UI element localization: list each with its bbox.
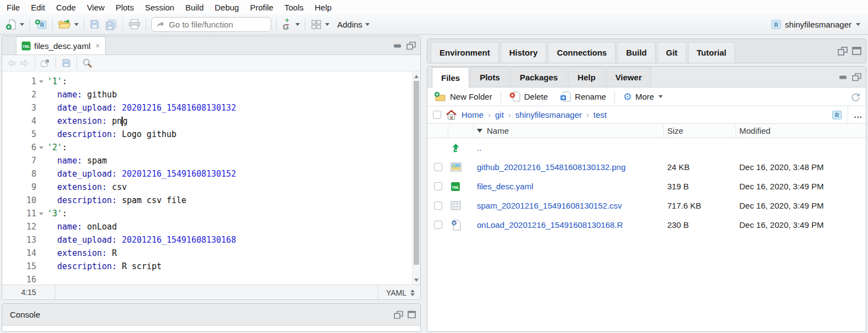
file-checkbox[interactable] (434, 201, 442, 210)
table-row[interactable]: spam_20201216_15491608130152.csv717.6 KB… (427, 196, 866, 215)
menu-item-code[interactable]: Code (51, 1, 81, 14)
minimize-pane-icon[interactable] (839, 74, 848, 80)
editor-vertical-scrollbar[interactable] (412, 72, 420, 285)
project-selector[interactable]: R shinyfilesmanager (768, 17, 865, 31)
close-tab-icon[interactable]: × (96, 41, 100, 50)
tab-packages[interactable]: Packages (510, 67, 567, 87)
scrollbar-thumb[interactable] (414, 81, 419, 265)
breadcrumb-home[interactable]: Home (462, 110, 484, 119)
code-line[interactable]: 11'3': (2, 207, 420, 220)
more-button[interactable]: ⚙ More (621, 91, 665, 103)
code-line[interactable]: 16 (2, 273, 420, 286)
goto-file-input[interactable] (169, 20, 251, 29)
git-button[interactable]: +−G (279, 17, 302, 32)
code-line[interactable]: 14 extension: R (2, 247, 420, 260)
workspace-panes-button[interactable] (308, 18, 332, 31)
header-size[interactable]: Size (664, 124, 736, 138)
file-checkbox[interactable] (434, 163, 442, 171)
code-line[interactable]: 9 extension: csv (2, 181, 420, 194)
table-row[interactable]: YMLfiles_desc.yaml319 BDec 16, 2020, 3:4… (427, 177, 866, 196)
tab-help[interactable]: Help (568, 67, 605, 87)
code-line[interactable]: 3 date_upload: 20201216_15481608130132 (2, 101, 420, 114)
minimize-pane-icon[interactable] (393, 42, 402, 49)
new-file-button[interactable] (3, 17, 26, 32)
menu-item-file[interactable]: File (1, 1, 25, 14)
menu-item-view[interactable]: View (81, 1, 110, 14)
save-icon[interactable] (61, 58, 72, 68)
header-modified[interactable]: Modified (736, 124, 866, 138)
code-line[interactable]: 15 description: R script (2, 260, 420, 273)
parent-directory-row[interactable]: .. (427, 138, 866, 157)
rename-button[interactable]: Rename (558, 90, 608, 103)
language-selector[interactable]: YAML (378, 285, 420, 300)
new-folder-button[interactable]: New Folder (432, 90, 495, 103)
save-all-button[interactable] (102, 17, 120, 32)
tab-files[interactable]: Files (432, 67, 469, 88)
code-editor[interactable]: 1'1':2 name: github3 date_upload: 202012… (2, 72, 420, 285)
table-row[interactable]: github_20201216_15481608130132.png24 KBD… (427, 157, 866, 177)
select-all-checkbox[interactable] (433, 111, 441, 119)
tab-viewer[interactable]: Viewer (606, 67, 651, 87)
save-button[interactable] (87, 17, 102, 31)
tab-environment[interactable]: Environment (431, 42, 499, 63)
maximize-pane-icon[interactable] (406, 41, 416, 50)
header-name[interactable]: Name (474, 124, 664, 138)
file-link[interactable]: github_20201216_15481608130132.png (474, 162, 664, 172)
fold-toggle-icon[interactable] (36, 207, 47, 220)
code-line[interactable]: 12 name: onLoad (2, 220, 420, 233)
restore-pane-icon[interactable] (838, 47, 848, 56)
more-options-button[interactable]: ... (854, 110, 862, 119)
file-link[interactable]: files_desc.yaml (474, 182, 664, 191)
code-line[interactable]: 13 date_upload: 20201216_15491608130168 (2, 233, 420, 247)
file-link[interactable]: spam_20201216_15491608130152.csv (474, 201, 664, 210)
tab-tutorial[interactable]: Tutorial (688, 42, 735, 63)
tab-build[interactable]: Build (617, 42, 656, 63)
open-in-new-window-icon[interactable] (40, 58, 51, 68)
code-line[interactable]: 4 extension: png (2, 114, 420, 128)
home-icon[interactable] (446, 110, 457, 120)
code-line[interactable]: 5 description: Logo github (2, 128, 420, 141)
tab-history[interactable]: History (501, 42, 547, 63)
table-row[interactable]: RonLoad_20201216_15491608130168.R230 BDe… (427, 215, 866, 234)
breadcrumb-test[interactable]: test (594, 110, 607, 119)
code-line[interactable]: 10 description: spam csv file (2, 194, 420, 207)
menu-item-help[interactable]: Help (309, 1, 337, 14)
back-icon[interactable] (7, 59, 17, 68)
maximize-pane-icon[interactable] (852, 47, 861, 55)
search-icon[interactable] (82, 58, 92, 68)
menu-item-edit[interactable]: Edit (25, 1, 51, 14)
file-checkbox[interactable] (434, 221, 442, 229)
print-button[interactable] (126, 17, 143, 31)
code-line[interactable]: 8 date_upload: 20201216_15491608130152 (2, 167, 420, 181)
menu-item-session[interactable]: Session (140, 1, 180, 14)
menu-item-plots[interactable]: Plots (110, 1, 139, 14)
code-line[interactable]: 1'1': (2, 75, 420, 88)
goto-file-search[interactable] (151, 17, 271, 32)
parent-directory-link[interactable]: .. (474, 143, 664, 152)
open-file-button[interactable] (56, 17, 81, 31)
tab-connections[interactable]: Connections (548, 42, 616, 63)
breadcrumb-git[interactable]: git (495, 110, 504, 119)
forward-icon[interactable] (19, 59, 30, 68)
maximize-pane-icon[interactable] (852, 73, 861, 81)
menu-item-build[interactable]: Build (180, 1, 209, 14)
fold-toggle-icon[interactable] (36, 141, 47, 154)
menu-item-tools[interactable]: Tools (279, 1, 309, 14)
delete-button[interactable]: Delete (507, 90, 550, 103)
scroll-down-icon[interactable] (414, 279, 419, 282)
console-header[interactable]: Console (2, 304, 420, 326)
code-line[interactable]: 2 name: github (2, 88, 420, 101)
menu-item-profile[interactable]: Profile (244, 1, 279, 14)
code-line[interactable]: 6'2': (2, 141, 420, 154)
code-line[interactable]: 7 name: spam (2, 154, 420, 167)
scroll-up-icon[interactable] (414, 75, 419, 78)
maximize-pane-icon[interactable] (408, 311, 416, 319)
file-link[interactable]: onLoad_20201216_15491608130168.R (474, 220, 664, 230)
restore-pane-icon[interactable] (394, 310, 403, 319)
new-project-button[interactable]: R (32, 17, 50, 32)
menu-item-debug[interactable]: Debug (209, 1, 244, 14)
tab-git[interactable]: Git (657, 42, 686, 63)
editor-tab-files-desc-yaml[interactable]: YML files_desc.yaml × (16, 36, 106, 54)
tab-plots[interactable]: Plots (470, 67, 509, 87)
refresh-icon[interactable] (850, 91, 861, 102)
